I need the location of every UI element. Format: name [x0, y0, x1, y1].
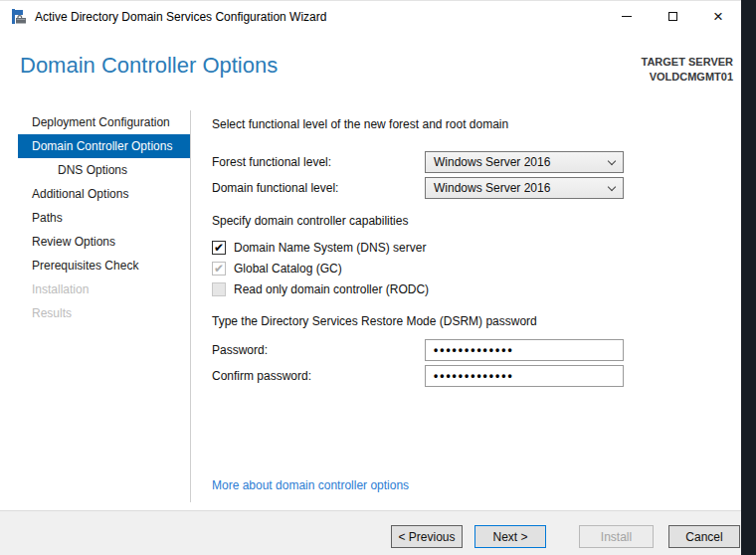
domain-functional-level-value: Windows Server 2016 — [434, 181, 550, 195]
install-button: Install — [579, 525, 654, 548]
sidebar-item-domain-controller-options[interactable]: Domain Controller Options — [18, 134, 190, 158]
previous-button[interactable]: < Previous — [391, 525, 463, 548]
confirm-password-input[interactable]: ••••••••••••• — [425, 365, 624, 387]
chevron-down-icon — [608, 156, 616, 164]
confirm-password-label: Confirm password: — [212, 365, 311, 387]
global-catalog-checkbox-row: ✔ Global Catalog (GC) — [212, 261, 342, 277]
next-button[interactable]: Next > — [474, 525, 546, 548]
minimize-icon — [622, 16, 632, 17]
target-server-name: VOLDCMGMT01 — [642, 70, 734, 85]
sidebar-item-paths[interactable]: Paths — [18, 206, 190, 230]
forest-functional-level-dropdown[interactable]: Windows Server 2016 — [425, 151, 624, 173]
more-about-link[interactable]: More about domain controller options — [212, 478, 409, 492]
capabilities-heading: Specify domain controller capabilities — [212, 214, 408, 228]
sidebar-item-deployment-configuration[interactable]: Deployment Configuration — [18, 110, 190, 134]
forest-functional-level-value: Windows Server 2016 — [434, 155, 550, 169]
domain-functional-level-dropdown[interactable]: Windows Server 2016 — [425, 177, 624, 199]
cancel-button[interactable]: Cancel — [668, 525, 740, 548]
dns-server-checkbox[interactable]: ✔ — [212, 241, 226, 255]
sidebar-item-installation: Installation — [18, 278, 190, 301]
dns-server-checkbox-label: Domain Name System (DNS) server — [234, 241, 426, 255]
sidebar-item-dns-options[interactable]: DNS Options — [18, 158, 190, 182]
wizard-steps-sidebar: Deployment Configuration Domain Controll… — [18, 110, 190, 325]
page-title: Domain Controller Options — [20, 53, 278, 79]
dsrm-heading: Type the Directory Services Restore Mode… — [212, 314, 537, 328]
window-title: Active Directory Domain Services Configu… — [35, 10, 326, 24]
global-catalog-checkbox: ✔ — [212, 262, 226, 276]
target-server-label: TARGET SERVER — [642, 55, 734, 70]
password-label: Password: — [212, 339, 268, 361]
minimize-button[interactable] — [604, 1, 650, 32]
forest-functional-level-label: Forest functional level: — [212, 151, 331, 173]
functional-level-heading: Select functional level of the new fores… — [212, 117, 508, 131]
sidebar-item-prerequisites-check[interactable]: Prerequisites Check — [18, 254, 190, 278]
check-icon: ✔ — [214, 242, 224, 254]
check-icon: ✔ — [214, 263, 224, 275]
domain-functional-level-label: Domain functional level: — [212, 177, 338, 199]
rodc-checkbox — [212, 282, 226, 296]
footer-bar: < Previous Next > Install Cancel — [0, 510, 741, 555]
maximize-button[interactable] — [650, 1, 695, 32]
dns-server-checkbox-row: ✔ Domain Name System (DNS) server — [212, 240, 426, 256]
sidebar-content-divider — [190, 110, 191, 502]
global-catalog-checkbox-label: Global Catalog (GC) — [234, 262, 342, 276]
chevron-down-icon — [608, 182, 616, 190]
title-bar: Active Directory Domain Services Configu… — [0, 1, 741, 32]
sidebar-item-additional-options[interactable]: Additional Options — [18, 182, 190, 206]
server-manager-icon — [11, 9, 27, 25]
maximize-icon — [668, 12, 677, 21]
sidebar-item-review-options[interactable]: Review Options — [18, 230, 190, 254]
sidebar-item-results: Results — [18, 301, 190, 325]
target-server-block: TARGET SERVER VOLDCMGMT01 — [642, 55, 734, 85]
close-button[interactable]: × — [695, 1, 741, 32]
wizard-window: Active Directory Domain Services Configu… — [0, 0, 741, 555]
close-icon: × — [713, 8, 723, 25]
password-input[interactable]: ••••••••••••• — [425, 339, 624, 361]
rodc-checkbox-row: Read only domain controller (RODC) — [212, 281, 429, 297]
rodc-checkbox-label: Read only domain controller (RODC) — [234, 282, 429, 296]
window-controls: × — [604, 1, 741, 32]
